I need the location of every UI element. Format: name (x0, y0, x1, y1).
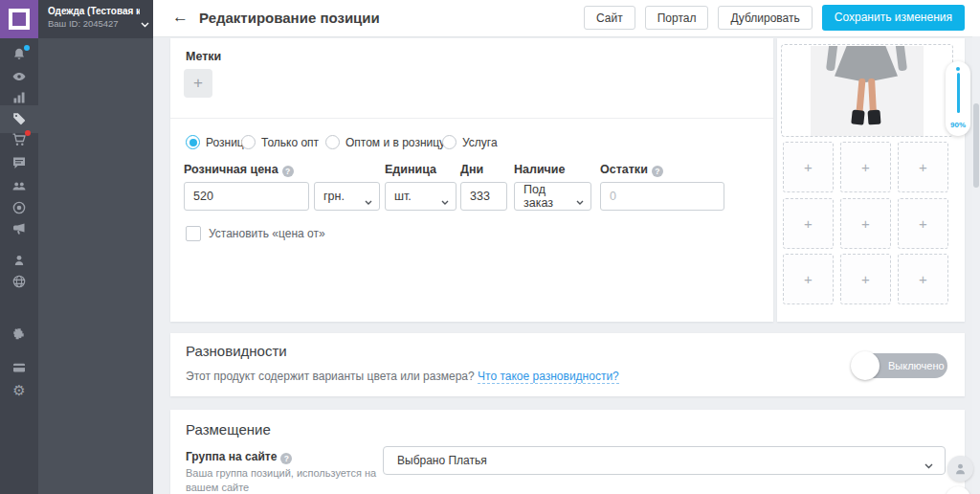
radio-icon (325, 135, 340, 149)
top-buttons: Сайт Портал Дублировать Сохранить измене… (584, 6, 965, 31)
account-switcher[interactable]: Одежда (Тестовая ком... Ваш ID: 2045427 (38, 0, 153, 38)
placement-card: Размещение Группа на сайте? Ваша группа … (170, 410, 965, 494)
site-group-hint: Ваша группа позиций, используется на ваш… (186, 466, 377, 494)
page-title: Редактирование позиции (199, 10, 380, 26)
add-photo-button[interactable]: + (898, 198, 948, 249)
scrollbar-thumb[interactable] (973, 103, 979, 188)
tag-icon[interactable] (0, 110, 38, 127)
stock-label: Остатки? (600, 163, 663, 177)
duplicate-button[interactable]: Дублировать (718, 6, 812, 30)
person-icon[interactable] (0, 252, 38, 269)
cart-badge (25, 130, 31, 136)
retail-price-label: Розничная цена? (184, 163, 294, 177)
variations-card: Разновидности Этот продукт содержит вари… (170, 333, 965, 396)
availability-select[interactable]: Под заказ (514, 182, 591, 211)
chevron-down-icon (365, 194, 372, 208)
zoom-percent: 90% (946, 121, 970, 129)
megaphone-icon[interactable] (0, 220, 38, 237)
account-id: Ваш ID: 2045427 (48, 18, 145, 29)
app-window: ⚙ Одежда (Тестовая ком... Ваш ID: 204542… (0, 0, 980, 494)
card-icon[interactable] (0, 359, 38, 376)
radio-icon (241, 135, 256, 149)
product-photo (811, 46, 924, 136)
add-photo-button[interactable]: + (840, 198, 891, 249)
portal-button[interactable]: Портал (645, 6, 709, 30)
gear-icon[interactable]: ⚙ (0, 381, 38, 398)
photo-zoom-slider[interactable]: 90% (946, 61, 970, 136)
site-group-label: Группа на сайте? (186, 450, 292, 464)
variations-toggle[interactable]: Выключено (853, 353, 947, 378)
price-from-checkbox-row[interactable]: Установить «цена от» (186, 226, 325, 241)
radio-icon (442, 135, 457, 149)
top-bar: ← Редактирование позиции Сайт Портал Дуб… (153, 0, 980, 37)
account-name: Одежда (Тестовая ком... (48, 6, 140, 16)
submenu-panel (38, 0, 153, 494)
info-icon[interactable]: ? (282, 166, 294, 177)
divider (170, 118, 773, 119)
tags-label: Метки (186, 50, 221, 63)
chevron-down-icon (441, 194, 449, 208)
add-photo-button[interactable]: + (783, 254, 834, 304)
chat-icon[interactable] (0, 154, 38, 171)
availability-label: Наличие (514, 163, 566, 176)
unit-label: Единица (385, 163, 436, 176)
add-photo-button[interactable]: + (840, 142, 891, 192)
toggle-state-label: Выключено (888, 360, 945, 371)
variations-help-link[interactable]: Что такое разновидности? (478, 370, 619, 384)
unit-select[interactable]: шт. (385, 182, 457, 211)
radio-wholesale-retail[interactable]: Оптом и в розницу (325, 135, 445, 149)
people-icon[interactable] (0, 177, 38, 194)
placement-title: Размещение (186, 421, 271, 438)
radio-service[interactable]: Услуга (442, 135, 498, 149)
add-photo-button[interactable]: + (783, 142, 834, 192)
notifications-bell-icon[interactable] (0, 46, 38, 63)
slider-handle[interactable] (956, 67, 960, 71)
globe-icon[interactable] (0, 273, 38, 290)
chevron-down-icon (924, 459, 933, 472)
days-input[interactable] (460, 182, 507, 211)
logo-icon (9, 9, 30, 30)
notification-badge (24, 45, 30, 51)
retail-price-input[interactable] (184, 182, 309, 211)
chevron-down-icon (576, 194, 584, 208)
cart-icon[interactable] (0, 131, 38, 148)
radio-wholesale-only[interactable]: Только опт (241, 135, 319, 149)
add-photo-button[interactable]: + (783, 198, 834, 249)
checkbox-icon (186, 226, 201, 241)
icon-sidebar: ⚙ (0, 0, 38, 494)
scrollbar[interactable] (972, 36, 980, 494)
save-changes-button[interactable]: Сохранить изменения (822, 5, 965, 31)
bar-chart-icon[interactable] (0, 89, 38, 106)
days-label: Дни (460, 163, 483, 176)
variations-title: Разновидности (186, 343, 287, 359)
photos-card: + + + + + + + + + (777, 38, 965, 322)
site-group-select[interactable]: Выбрано Платья (383, 446, 946, 475)
currency-select[interactable]: грн. (314, 182, 380, 211)
add-photo-button[interactable]: + (898, 254, 948, 304)
variations-question: Этот продукт содержит варианты цвета или… (186, 370, 619, 383)
info-icon[interactable]: ? (652, 166, 663, 177)
app-logo[interactable] (0, 0, 38, 38)
toggle-knob (851, 351, 880, 380)
user-avatar[interactable] (947, 456, 973, 482)
back-arrow-icon[interactable]: ← (172, 8, 189, 27)
target-icon[interactable] (0, 199, 38, 216)
site-button[interactable]: Сайт (584, 6, 635, 30)
add-photo-button[interactable]: + (898, 142, 948, 192)
add-tag-button[interactable]: + (184, 69, 212, 98)
slider-track (957, 73, 960, 113)
stock-input[interactable] (600, 182, 724, 211)
person-icon (953, 461, 968, 476)
add-photo-button[interactable]: + (840, 254, 891, 304)
product-form-card: Метки + Розница Только опт Оптом и в роз… (170, 38, 773, 322)
info-icon[interactable]: ? (280, 453, 292, 464)
eye-icon[interactable] (0, 68, 38, 85)
puzzle-icon[interactable] (0, 326, 38, 343)
main-photo-slot[interactable] (781, 44, 953, 137)
radio-icon (186, 135, 200, 149)
chevron-down-icon (141, 14, 149, 32)
